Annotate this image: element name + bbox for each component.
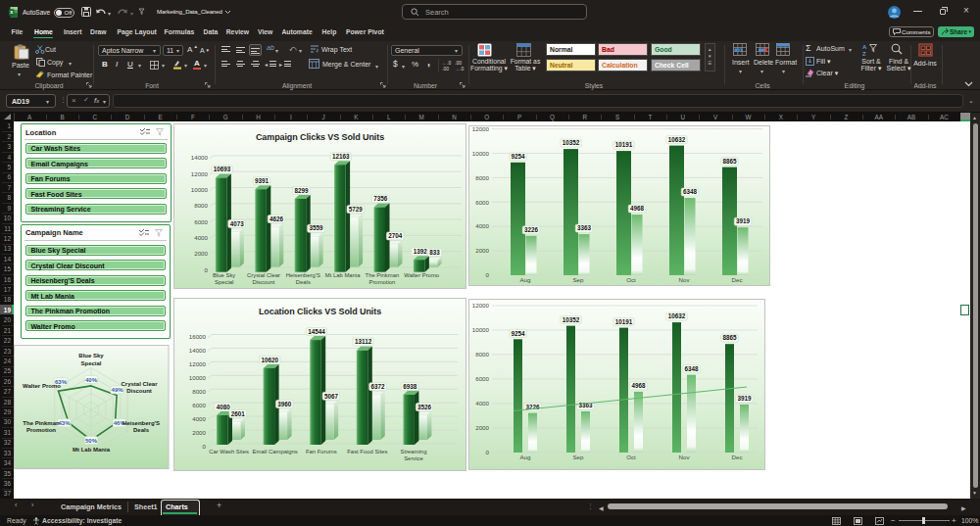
- svg-text:16000: 16000: [189, 333, 207, 340]
- svg-text:Dec: Dec: [731, 454, 742, 460]
- svg-text:7356: 7356: [373, 195, 388, 202]
- svg-text:9254: 9254: [511, 330, 525, 337]
- svg-text:Heisenberg'S: Heisenberg'S: [122, 419, 160, 425]
- svg-text:6348: 6348: [684, 365, 699, 372]
- svg-text:4626: 4626: [270, 215, 284, 222]
- svg-text:Campaign Clicks VS Sold Units: Campaign Clicks VS Sold Units: [256, 132, 384, 142]
- svg-text:4000: 4000: [475, 400, 489, 406]
- svg-text:Deals: Deals: [133, 427, 150, 433]
- svg-text:4000: 4000: [194, 234, 208, 241]
- svg-text:Streaming: Streaming: [401, 449, 427, 454]
- svg-text:Blue Sky: Blue Sky: [213, 272, 235, 278]
- svg-text:4968: 4968: [630, 205, 645, 212]
- svg-text:Oct: Oct: [626, 454, 636, 460]
- svg-text:Aug: Aug: [519, 454, 531, 460]
- svg-text:3526: 3526: [417, 404, 432, 410]
- svg-text:The Pinkman: The Pinkman: [23, 419, 60, 425]
- svg-text:Promotion: Promotion: [26, 427, 56, 433]
- svg-text:14000: 14000: [189, 347, 207, 354]
- svg-text:0: 0: [203, 443, 207, 450]
- svg-text:2601: 2601: [231, 410, 246, 417]
- svg-text:3363: 3363: [577, 224, 592, 231]
- svg-text:10352: 10352: [563, 139, 580, 146]
- svg-text:4080: 4080: [217, 404, 231, 410]
- svg-text:8299: 8299: [294, 187, 309, 194]
- svg-text:10632: 10632: [668, 312, 686, 319]
- svg-text:43%: 43%: [58, 420, 71, 426]
- svg-text:3919: 3919: [737, 395, 752, 402]
- svg-text:3226: 3226: [524, 226, 539, 233]
- svg-text:Walter Promo: Walter Promo: [23, 383, 61, 389]
- svg-text:10000: 10000: [472, 326, 490, 333]
- svg-text:10000: 10000: [189, 374, 207, 381]
- svg-text:9391: 9391: [255, 177, 270, 184]
- svg-text:Oct: Oct: [626, 276, 636, 283]
- svg-text:Fast Food Sites: Fast Food Sites: [347, 449, 387, 454]
- svg-text:Mt Lab Mania: Mt Lab Mania: [73, 446, 111, 452]
- svg-text:8000: 8000: [194, 202, 208, 209]
- svg-text:Service: Service: [404, 455, 423, 461]
- svg-text:10000: 10000: [472, 150, 490, 157]
- svg-text:4000: 4000: [192, 415, 206, 422]
- svg-text:Location Clicks VS Sold Units: Location Clicks VS Sold Units: [259, 307, 381, 316]
- svg-text:8000: 8000: [475, 351, 489, 358]
- svg-text:5067: 5067: [324, 393, 339, 400]
- svg-text:8865: 8865: [722, 158, 737, 165]
- svg-text:Nov: Nov: [678, 276, 690, 283]
- svg-text:Sep: Sep: [572, 454, 584, 460]
- svg-text:Mt Lab Mania: Mt Lab Mania: [325, 272, 361, 278]
- svg-text:Deals: Deals: [296, 279, 311, 285]
- svg-text:10620: 10620: [262, 357, 279, 363]
- svg-text:40%: 40%: [85, 376, 98, 382]
- svg-text:Aug: Aug: [519, 276, 531, 283]
- svg-text:Dec: Dec: [731, 276, 742, 283]
- svg-text:12163: 12163: [332, 153, 350, 160]
- svg-text:Heisenberg'S: Heisenberg'S: [286, 272, 320, 278]
- svg-text:0: 0: [486, 449, 490, 455]
- svg-text:10191: 10191: [615, 318, 633, 325]
- svg-text:Z: Z: [862, 51, 866, 57]
- svg-text:Car Wash Sites: Car Wash Sites: [209, 449, 249, 454]
- svg-text:6000: 6000: [475, 375, 489, 382]
- svg-text:A: A: [862, 44, 867, 50]
- svg-text:10632: 10632: [668, 136, 686, 143]
- svg-text:833: 833: [429, 249, 440, 256]
- svg-text:10191: 10191: [615, 141, 633, 148]
- svg-text:0: 0: [205, 266, 209, 273]
- svg-text:4073: 4073: [230, 220, 245, 227]
- svg-text:Email Campaigns: Email Campaigns: [253, 449, 298, 454]
- svg-text:13112: 13112: [355, 338, 372, 345]
- svg-text:10693: 10693: [214, 166, 231, 172]
- svg-text:8000: 8000: [192, 388, 206, 395]
- svg-text:12000: 12000: [191, 170, 209, 177]
- svg-text:8000: 8000: [475, 174, 489, 181]
- svg-text:Blue Sky: Blue Sky: [78, 353, 104, 359]
- svg-text:Crystal Clear: Crystal Clear: [247, 272, 280, 278]
- svg-text:6938: 6938: [403, 383, 417, 390]
- svg-text:Walter Promo: Walter Promo: [404, 272, 440, 278]
- svg-text:4968: 4968: [631, 382, 646, 389]
- svg-text:2000: 2000: [475, 247, 489, 254]
- svg-text:3919: 3919: [736, 217, 751, 224]
- svg-text:The Pinkman: The Pinkman: [366, 272, 400, 278]
- svg-text:Special: Special: [80, 359, 101, 365]
- svg-text:50%: 50%: [85, 437, 98, 443]
- svg-text:Nov: Nov: [678, 454, 690, 460]
- svg-text:12000: 12000: [472, 125, 490, 132]
- svg-text:Discount: Discount: [126, 388, 152, 394]
- svg-text:2704: 2704: [388, 232, 403, 239]
- svg-text:6000: 6000: [192, 402, 206, 408]
- svg-text:2000: 2000: [192, 429, 206, 436]
- svg-text:14544: 14544: [308, 328, 325, 335]
- svg-text:Discount: Discount: [253, 279, 275, 285]
- svg-text:3559: 3559: [309, 224, 323, 231]
- svg-text:49%: 49%: [112, 387, 124, 393]
- svg-text:Crystal Clear: Crystal Clear: [121, 380, 158, 386]
- svg-text:9254: 9254: [511, 153, 525, 160]
- svg-text:Special: Special: [215, 279, 233, 285]
- svg-text:10000: 10000: [191, 186, 209, 193]
- svg-text:5729: 5729: [349, 206, 364, 213]
- svg-text:6000: 6000: [475, 199, 489, 206]
- svg-text:Promotion: Promotion: [368, 279, 395, 285]
- svg-text:4000: 4000: [475, 222, 489, 229]
